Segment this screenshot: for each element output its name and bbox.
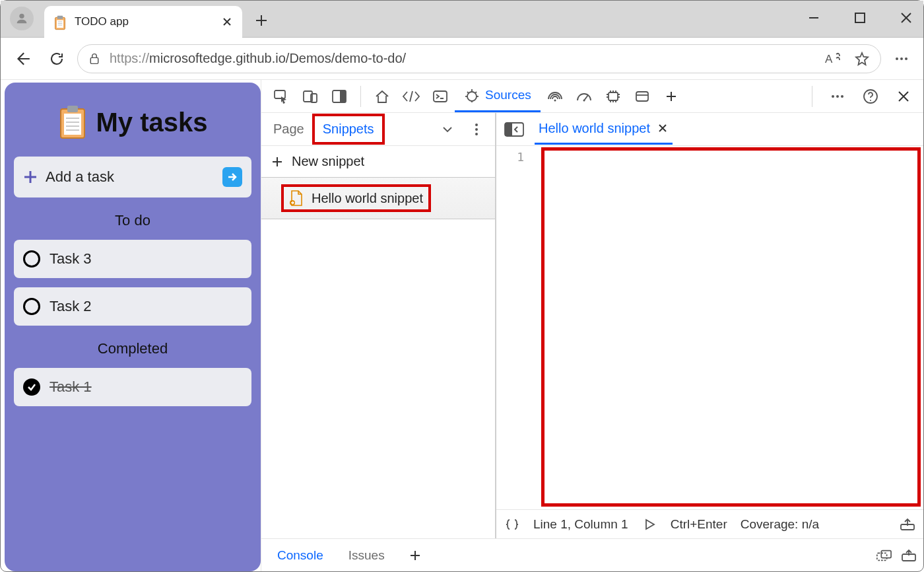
line-number: 1 bbox=[496, 146, 531, 509]
navigator-panel: Page Snippets New snippet bbox=[261, 113, 496, 538]
refresh-button[interactable] bbox=[43, 45, 71, 73]
svg-line-34 bbox=[584, 95, 588, 100]
submit-arrow-icon[interactable] bbox=[222, 167, 242, 187]
svg-text:A: A bbox=[825, 53, 833, 65]
svg-point-45 bbox=[475, 128, 478, 131]
navigator-more-icon[interactable] bbox=[462, 116, 491, 143]
svg-rect-24 bbox=[340, 90, 346, 102]
add-task-button[interactable]: Add a task bbox=[14, 157, 251, 197]
content-row: My tasks Add a task To do Task 3 Task 2 … bbox=[1, 80, 923, 571]
dock-side-icon[interactable] bbox=[325, 83, 354, 110]
tab-close-button[interactable] bbox=[221, 16, 233, 28]
read-aloud-icon[interactable]: A bbox=[825, 52, 842, 66]
devtools-more-icon[interactable] bbox=[823, 83, 852, 110]
pretty-print-icon[interactable] bbox=[504, 517, 520, 532]
snippet-list-item[interactable]: Hello world snippet bbox=[261, 177, 495, 219]
favorite-icon[interactable] bbox=[854, 51, 870, 67]
tab-performance[interactable] bbox=[570, 83, 599, 110]
new-snippet-button[interactable]: New snippet bbox=[261, 146, 495, 177]
coverage-status: Coverage: n/a bbox=[741, 517, 819, 532]
upload-icon[interactable] bbox=[900, 517, 915, 532]
drawer-add-tab-icon[interactable] bbox=[401, 542, 430, 569]
tab-sources[interactable]: Sources bbox=[455, 81, 541, 112]
tab-console[interactable] bbox=[426, 83, 455, 110]
issues-toggle-icon[interactable] bbox=[876, 548, 892, 563]
window-maximize-button[interactable] bbox=[848, 6, 872, 30]
svg-point-40 bbox=[836, 95, 839, 98]
code-editor[interactable]: 1 bbox=[496, 146, 923, 509]
more-button[interactable] bbox=[888, 45, 915, 73]
svg-point-46 bbox=[475, 133, 478, 135]
svg-rect-52 bbox=[881, 550, 891, 557]
title-bar: TODO app bbox=[1, 1, 923, 38]
svg-point-41 bbox=[841, 95, 843, 98]
tab-network[interactable] bbox=[541, 83, 570, 110]
device-toggle-icon[interactable] bbox=[296, 83, 325, 110]
clipboard-icon bbox=[58, 105, 87, 139]
devtools: Sources bbox=[261, 80, 923, 571]
svg-rect-51 bbox=[877, 553, 887, 560]
tab-elements[interactable] bbox=[397, 83, 426, 110]
browser-window: TODO app https://microsoftedge.github.io… bbox=[0, 0, 924, 572]
svg-point-0 bbox=[19, 14, 24, 18]
svg-rect-15 bbox=[64, 114, 81, 135]
svg-point-11 bbox=[900, 57, 903, 60]
editor-tab[interactable]: Hello world snippet bbox=[535, 114, 673, 145]
drawer-tab-issues[interactable]: Issues bbox=[339, 542, 394, 569]
devtools-toolbar: Sources bbox=[261, 80, 923, 113]
tab-application[interactable] bbox=[628, 83, 657, 110]
clipboard-icon bbox=[53, 15, 67, 28]
devtools-drawer: Console Issues bbox=[261, 538, 923, 571]
url-text: https://microsoftedge.github.io/Demos/de… bbox=[110, 51, 816, 66]
svg-point-43 bbox=[870, 100, 871, 101]
new-tab-button[interactable] bbox=[248, 7, 275, 34]
drawer-tab-console[interactable]: Console bbox=[268, 542, 333, 569]
unchecked-icon[interactable] bbox=[23, 298, 40, 315]
svg-rect-3 bbox=[57, 20, 63, 28]
svg-line-32 bbox=[475, 92, 477, 93]
unchecked-icon[interactable] bbox=[23, 250, 40, 268]
annotation-highlight bbox=[541, 147, 921, 507]
lock-icon bbox=[88, 53, 100, 65]
navigator-tab-snippets[interactable]: Snippets bbox=[312, 114, 385, 145]
task-label: Task 1 bbox=[50, 378, 92, 396]
window-minimize-button[interactable] bbox=[802, 6, 826, 30]
toggle-navigator-button[interactable] bbox=[503, 120, 525, 139]
drawer-expand-icon[interactable] bbox=[901, 548, 917, 563]
devtools-close-icon[interactable] bbox=[889, 83, 918, 110]
tab-welcome[interactable] bbox=[368, 83, 397, 110]
checked-icon[interactable] bbox=[23, 378, 40, 396]
profile-button[interactable] bbox=[10, 7, 34, 30]
devtools-help-icon[interactable] bbox=[856, 83, 885, 110]
back-button[interactable] bbox=[9, 45, 36, 73]
window-controls bbox=[802, 6, 918, 30]
window-close-button[interactable] bbox=[894, 6, 918, 30]
omnibox[interactable]: https://microsoftedge.github.io/Demos/de… bbox=[77, 44, 881, 73]
navigator-overflow-icon[interactable] bbox=[433, 116, 462, 143]
cursor-position: Line 1, Column 1 bbox=[533, 517, 628, 532]
inspect-element-icon[interactable] bbox=[267, 83, 296, 110]
svg-rect-37 bbox=[636, 92, 648, 101]
snippet-name: Hello world snippet bbox=[312, 191, 423, 206]
task-label: Task 2 bbox=[50, 298, 92, 315]
task-item[interactable]: Task 3 bbox=[14, 240, 251, 278]
svg-point-39 bbox=[832, 95, 834, 98]
address-bar: https://microsoftedge.github.io/Demos/de… bbox=[1, 38, 923, 80]
browser-tab[interactable]: TODO app bbox=[44, 6, 242, 38]
navigator-tab-page[interactable]: Page bbox=[265, 116, 312, 142]
more-tabs-button[interactable] bbox=[657, 83, 686, 110]
task-item[interactable]: Task 2 bbox=[14, 287, 251, 326]
todo-app: My tasks Add a task To do Task 3 Task 2 … bbox=[5, 83, 261, 571]
svg-point-12 bbox=[905, 57, 908, 60]
svg-rect-7 bbox=[855, 13, 865, 22]
svg-rect-8 bbox=[90, 57, 98, 63]
run-hint: Ctrl+Enter bbox=[671, 517, 727, 532]
run-snippet-icon[interactable] bbox=[642, 517, 657, 532]
editor-tab-close-icon[interactable] bbox=[657, 122, 669, 134]
svg-line-31 bbox=[467, 92, 469, 93]
task-label: Task 3 bbox=[50, 250, 92, 268]
tab-memory[interactable] bbox=[599, 83, 628, 110]
svg-rect-20 bbox=[275, 90, 285, 98]
task-item-completed[interactable]: Task 1 bbox=[14, 368, 251, 406]
editor-tab-label: Hello world snippet bbox=[539, 121, 650, 136]
